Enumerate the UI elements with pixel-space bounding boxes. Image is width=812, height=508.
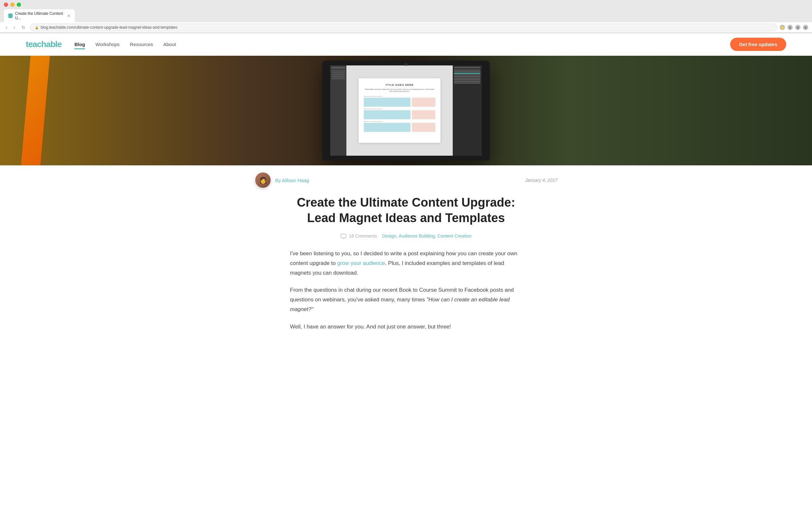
tag-design[interactable]: Design xyxy=(382,234,397,239)
comment-icon xyxy=(341,234,346,238)
maximize-button[interactable] xyxy=(17,3,21,7)
article-title: Create the Ultimate Content Upgrade: Lea… xyxy=(290,195,522,226)
extension-icon-3[interactable]: ● xyxy=(803,25,808,30)
nav-item-blog[interactable]: Blog xyxy=(75,42,85,47)
doc-label-3: Question or statement goes here xyxy=(364,121,435,122)
grow-audience-link[interactable]: grow your audience xyxy=(337,260,385,266)
tag-audience-building[interactable]: Audience Building xyxy=(399,234,436,239)
close-button[interactable] xyxy=(4,3,8,7)
toolbar-icons: ⭐ ● ● ● xyxy=(780,25,808,30)
nav-item-about[interactable]: About xyxy=(163,42,176,47)
nav-link-blog[interactable]: Blog xyxy=(75,42,85,49)
screen-tools-panel xyxy=(330,66,346,156)
back-button[interactable]: ‹ xyxy=(4,24,9,31)
nav-left: teachable Blog Workshops Resources About xyxy=(26,39,176,49)
doc-cell-pink-3 xyxy=(412,123,435,132)
laptop-screen: TITLE GOES HERE Subheadline and extra ex… xyxy=(330,66,482,156)
doc-cell-blue-2 xyxy=(364,110,410,119)
browser-chrome: Create the Ultimate Content U... ✕ ‹ › ↻… xyxy=(0,0,812,33)
author-avatar: 👩 xyxy=(255,172,271,188)
laptop-doc-title: TITLE GOES HERE xyxy=(364,83,435,86)
article-paragraph-2: From the questions in chat during our re… xyxy=(290,285,522,314)
doc-row-2 xyxy=(364,110,435,119)
author-name[interactable]: By Allison Haag xyxy=(275,178,309,183)
tab-bar: Create the Ultimate Content U... ✕ xyxy=(4,9,808,22)
nav-link-workshops[interactable]: Workshops xyxy=(95,42,120,47)
minimize-button[interactable] xyxy=(10,3,14,7)
nav-link-about[interactable]: About xyxy=(163,42,176,47)
extension-icon-1[interactable]: ● xyxy=(787,25,793,30)
article-paragraph-3: Well, I have an answer for you. And not … xyxy=(290,322,522,332)
nav-item-workshops[interactable]: Workshops xyxy=(95,42,120,47)
get-free-updates-button[interactable]: Get free updates xyxy=(730,38,786,51)
browser-tab[interactable]: Create the Ultimate Content U... ✕ xyxy=(4,9,75,22)
doc-cell-blue-3 xyxy=(364,123,410,132)
article-comments-tags: 18 Comments Design Audience Building Con… xyxy=(290,234,522,239)
article-body: I've been listening to you, so I decided… xyxy=(290,249,522,331)
url-text: blog.teachable.com/ultimate-content-upgr… xyxy=(41,25,177,30)
laptop-document: TITLE GOES HERE Subheadline and extra ex… xyxy=(359,78,441,143)
tab-favicon xyxy=(8,13,12,18)
extension-icon-2[interactable]: ● xyxy=(795,25,800,30)
doc-cell-blue-1 xyxy=(364,98,410,107)
comments-count[interactable]: 18 Comments xyxy=(349,234,377,239)
tab-title: Create the Ultimate Content U... xyxy=(15,11,65,20)
nav-link-resources[interactable]: Resources xyxy=(130,42,153,47)
doc-cell-pink-1 xyxy=(412,98,435,107)
site-logo[interactable]: teachable xyxy=(26,39,61,49)
traffic-lights xyxy=(4,3,808,7)
laptop-doc-subtitle: Subheadline and extra explanatory text c… xyxy=(364,88,435,92)
tab-close-button[interactable]: ✕ xyxy=(67,14,70,18)
reload-button[interactable]: ↻ xyxy=(20,24,28,31)
forward-button[interactable]: › xyxy=(12,24,17,31)
article-tags: Design Audience Building Content Creatio… xyxy=(382,234,471,239)
tag-content-creation[interactable]: Content Creation xyxy=(437,234,471,239)
doc-label-1: Question or statement goes here xyxy=(364,95,435,97)
hero-laptop-image: TITLE GOES HERE Subheadline and extra ex… xyxy=(322,60,490,161)
doc-cell-pink-2 xyxy=(412,110,435,119)
lock-icon: 🔒 xyxy=(35,26,39,29)
doc-row-3 xyxy=(364,123,435,132)
doc-row-1 xyxy=(364,98,435,107)
article-content: Create the Ultimate Content Upgrade: Lea… xyxy=(283,195,529,358)
hero-image: TITLE GOES HERE Subheadline and extra ex… xyxy=(0,56,812,165)
comments-block: 18 Comments xyxy=(341,234,377,239)
screen-canvas-area: TITLE GOES HERE Subheadline and extra ex… xyxy=(346,66,453,156)
avatar-emoji: 👩 xyxy=(259,176,267,184)
author-block: 👩 By Allison Haag xyxy=(255,172,309,188)
article-date: January 4, 2017 xyxy=(525,178,557,183)
address-bar: ‹ › ↻ 🔒 blog.teachable.com/ultimate-cont… xyxy=(0,22,812,33)
doc-label-2: Question or statement goes here xyxy=(364,108,435,110)
article-meta: 👩 By Allison Haag January 4, 2017 xyxy=(229,165,583,195)
bookmark-icon[interactable]: ⭐ xyxy=(780,25,785,30)
url-bar[interactable]: 🔒 blog.teachable.com/ultimate-content-up… xyxy=(30,24,777,31)
nav-item-resources[interactable]: Resources xyxy=(130,42,153,47)
screen-layers-panel xyxy=(453,66,482,156)
site-navigation: teachable Blog Workshops Resources About… xyxy=(0,33,812,56)
hero-ribbon-decoration xyxy=(21,56,50,165)
article-paragraph-1: I've been listening to you, so I decided… xyxy=(290,249,522,278)
nav-links: Blog Workshops Resources About xyxy=(75,42,176,47)
